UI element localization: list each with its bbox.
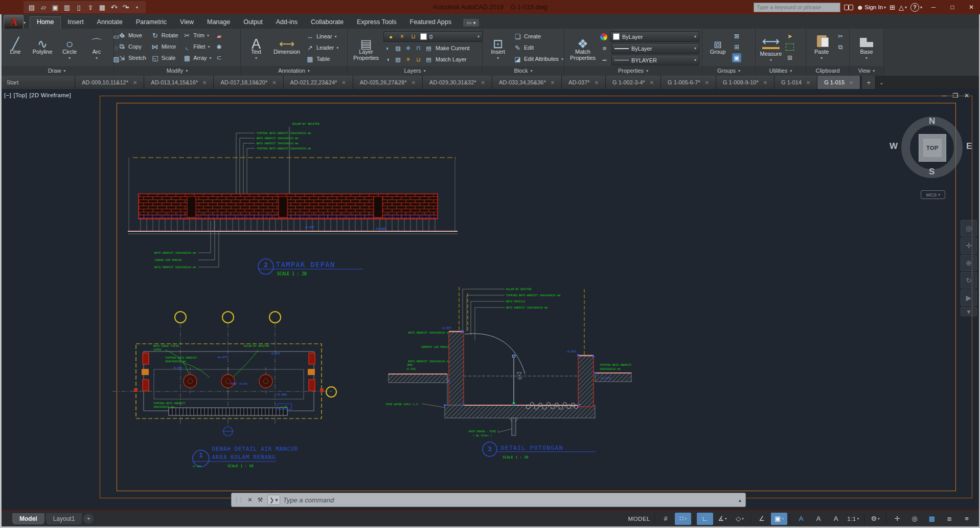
ribbon-display-button[interactable]: ▭▾: [463, 19, 479, 27]
ribbon-tab-collaborate[interactable]: Collaborate: [304, 16, 350, 29]
table-button[interactable]: ▦Table: [305, 54, 340, 64]
wcs-menu[interactable]: WCS▾: [921, 190, 945, 199]
file-tab[interactable]: AD-021,22,23&24*✕: [284, 76, 353, 89]
viewcube-north[interactable]: N: [929, 116, 935, 126]
a360-share-button[interactable]: △▾: [899, 4, 907, 11]
panel-label-utilities[interactable]: Utilities▾: [756, 66, 806, 76]
zoom-button[interactable]: ⊕: [961, 255, 977, 271]
edit-block-button[interactable]: ✎Edit: [512, 42, 565, 53]
close-icon[interactable]: ✕: [806, 80, 810, 85]
insert-button[interactable]: ⊡Insert▾: [485, 30, 511, 62]
layer-merge-icon[interactable]: ▧: [394, 56, 402, 63]
workspace-switching-button[interactable]: ⚙▾: [867, 513, 883, 525]
drag-handle[interactable]: ⋮⋮: [232, 497, 245, 503]
model-space-toggle[interactable]: MODEL: [627, 513, 652, 525]
close-button[interactable]: ✕: [964, 1, 979, 13]
full-navigation-wheel-button[interactable]: ◎: [961, 220, 977, 236]
linear-button[interactable]: ↔Linear▾: [305, 31, 340, 41]
file-tab[interactable]: AD-029,30,31&32*✕: [423, 76, 492, 89]
minimize-button[interactable]: ─: [926, 1, 941, 13]
ribbon-tab-addins[interactable]: Add-ins: [269, 16, 304, 29]
customization-menu-button[interactable]: ≡: [959, 513, 975, 525]
ungroup-button[interactable]: ⊠: [732, 32, 741, 41]
ribbon-tab-output[interactable]: Output: [237, 16, 269, 29]
clean-screen-button[interactable]: ⧈: [941, 513, 958, 525]
save-as-button[interactable]: ▥: [61, 2, 73, 12]
mirror-button[interactable]: ⋈Mirror: [150, 41, 179, 52]
print-button[interactable]: ▦: [97, 2, 108, 12]
new-button[interactable]: ▤: [26, 2, 37, 12]
layer-select[interactable]: ● ☀ ⊔ 0 ▾: [383, 31, 483, 42]
isolate-objects-button[interactable]: ◎: [906, 513, 923, 525]
showmotion-button[interactable]: ▶: [961, 290, 977, 306]
offset-button[interactable]: ⊂: [215, 53, 224, 62]
layout1-tab[interactable]: Layout1: [46, 513, 82, 524]
panel-label-view[interactable]: View▾: [850, 66, 883, 76]
ortho-mode-button[interactable]: ∟: [697, 513, 713, 525]
layer-thaw-tool-icon[interactable]: ☀: [404, 56, 413, 63]
maximize-button[interactable]: □: [945, 1, 960, 13]
viewcube-east[interactable]: E: [966, 141, 972, 151]
paste-button[interactable]: Paste▾: [809, 30, 834, 62]
trim-button[interactable]: ✂Trim▾: [181, 30, 213, 40]
close-icon[interactable]: ✕: [650, 80, 654, 85]
save-button[interactable]: ▣: [50, 2, 61, 12]
file-tab[interactable]: G 1-002-3-4*✕: [606, 76, 661, 89]
qat-customize-button[interactable]: ▾: [132, 2, 143, 12]
transfer-button[interactable]: ⇪: [85, 2, 96, 12]
annotation-scale-sync-button[interactable]: A: [828, 513, 844, 525]
cut-button[interactable]: ✂: [836, 32, 845, 41]
copy-button[interactable]: ⧉Copy: [117, 41, 148, 52]
ribbon-tab-manage[interactable]: Manage: [200, 16, 237, 29]
dimension-button[interactable]: ⟷Dimension: [270, 30, 303, 55]
select-similar-button[interactable]: [785, 42, 794, 52]
line-button[interactable]: ╱Line: [3, 30, 28, 55]
file-tab-start[interactable]: Start: [0, 76, 75, 89]
plot-button[interactable]: ▯: [73, 2, 84, 12]
file-tab[interactable]: G 1-005-6-7*✕: [661, 76, 716, 89]
group-selection-button[interactable]: ▣: [732, 53, 741, 62]
snap-mode-button[interactable]: ∷▾: [675, 513, 691, 525]
new-drawing-tab-button[interactable]: +: [862, 76, 876, 89]
command-customize-button[interactable]: ⚒: [255, 496, 265, 503]
file-tab[interactable]: AD-017,18,19&20*✕: [214, 76, 283, 89]
group-button[interactable]: ⧈Group: [705, 30, 731, 55]
polyline-button[interactable]: ∿Polyline: [30, 30, 55, 55]
annotation-autoscale-button[interactable]: A: [810, 513, 827, 525]
viewport-view-control[interactable]: [Top]: [14, 92, 27, 98]
group-edit-button[interactable]: ⊞: [732, 42, 741, 52]
model-tab[interactable]: Model: [12, 513, 44, 524]
panel-label-groups[interactable]: Groups▾: [702, 66, 755, 76]
doc-close-button[interactable]: ✕: [963, 92, 971, 99]
close-icon[interactable]: ✕: [272, 80, 276, 85]
sign-in-button[interactable]: ☻ Sign In ▾: [857, 4, 886, 11]
quick-calculator-button[interactable]: ⊞: [785, 53, 794, 62]
close-icon[interactable]: ✕: [411, 80, 415, 85]
layer-off-icon[interactable]: ◐: [383, 45, 392, 51]
annotation-monitor-button[interactable]: ✛: [889, 513, 905, 525]
panel-label-properties[interactable]: Properties▾: [564, 66, 702, 76]
layer-freeze-icon[interactable]: ❄: [404, 45, 413, 52]
app-store-button[interactable]: ⊞: [890, 4, 895, 11]
scale-button[interactable]: ◱Scale: [150, 53, 179, 63]
ribbon-tab-featured-apps[interactable]: Featured Apps: [403, 16, 458, 29]
close-icon[interactable]: ✕: [341, 80, 346, 85]
file-tab-active[interactable]: G 1-015✕: [817, 76, 860, 89]
measure-button[interactable]: ⟷Measure▾: [758, 30, 784, 64]
leader-button[interactable]: ↗Leader▾: [305, 42, 340, 53]
quick-select-button[interactable]: ➤: [785, 32, 794, 41]
layer-lock-icon[interactable]: ⊓: [414, 45, 423, 52]
redo-button[interactable]: ↷▾: [120, 2, 131, 12]
panel-label-annotation[interactable]: Annotation▾: [241, 66, 347, 76]
doc-minimize-button[interactable]: ─: [940, 92, 948, 99]
ribbon-tab-annotate[interactable]: Annotate: [90, 16, 129, 29]
close-icon[interactable]: ✕: [481, 80, 485, 85]
tab-overflow-button[interactable]: ⌄: [876, 76, 887, 89]
grid-display-button[interactable]: #: [657, 513, 674, 525]
layer-on-tool-icon[interactable]: ◑: [383, 56, 392, 62]
help-button[interactable]: ?▾: [910, 3, 922, 12]
file-tab[interactable]: AD-013,14,15&16*✕: [144, 76, 214, 89]
move-button[interactable]: ✥Move: [117, 30, 148, 40]
edit-attributes-button[interactable]: ◪Edit Attributes▾: [512, 54, 565, 64]
close-icon[interactable]: ✕: [133, 80, 137, 85]
